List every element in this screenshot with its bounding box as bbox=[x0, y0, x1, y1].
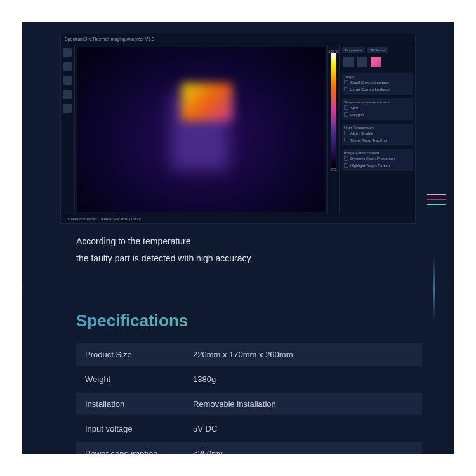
left-toolbar bbox=[61, 44, 75, 215]
spec-label: Input voltage bbox=[85, 424, 193, 433]
spec-row: Weight 1380g bbox=[76, 368, 422, 390]
spec-label: Power consumption bbox=[85, 449, 193, 454]
app-title: SpectrumOneThermal Imaging Analyzer V1.0 bbox=[61, 34, 415, 44]
option-label: Dynamic Scale Presention bbox=[350, 157, 395, 161]
spec-label: Product Size bbox=[85, 350, 193, 359]
checkbox[interactable] bbox=[344, 156, 348, 161]
tool-spot-icon[interactable] bbox=[63, 76, 72, 85]
checkbox[interactable] bbox=[344, 131, 348, 135]
specifications-section: Specifications Product Size 220mm x 170m… bbox=[76, 311, 422, 454]
spec-label: Installation bbox=[85, 399, 193, 409]
checkbox[interactable] bbox=[344, 112, 348, 117]
tool-cursor-icon[interactable] bbox=[63, 48, 72, 57]
caption-line1: According to the temperature bbox=[76, 233, 251, 250]
option-label: Polygon bbox=[350, 113, 364, 117]
option-label: Highlight Target Portion bbox=[350, 164, 390, 168]
scale-gradient bbox=[331, 53, 336, 168]
palette-swatch[interactable] bbox=[343, 57, 354, 67]
color-scale: 100°C 0°C bbox=[327, 44, 339, 215]
palette-swatch[interactable] bbox=[357, 57, 367, 67]
spec-value: 220mm x 170mm x 260mm bbox=[193, 350, 293, 359]
checkbox[interactable] bbox=[344, 163, 348, 168]
option-label: Spot bbox=[350, 106, 358, 110]
decor-line bbox=[427, 204, 446, 205]
option-label: Small Current Leakage bbox=[350, 81, 389, 84]
option-label: Large Current Leakage bbox=[350, 88, 390, 91]
spec-label: Weight bbox=[85, 374, 193, 384]
horizontal-divider bbox=[22, 286, 454, 286]
status-bar: Camera connected Camera S/N: 0x00000000 bbox=[61, 215, 415, 223]
spec-value: <250mv bbox=[193, 449, 223, 454]
decorative-lines bbox=[427, 194, 446, 205]
decor-line bbox=[427, 194, 446, 195]
spec-value: 1380g bbox=[193, 374, 216, 384]
spec-row: Product Size 220mm x 170mm x 260mm bbox=[76, 343, 422, 366]
checkbox[interactable] bbox=[344, 80, 348, 84]
thermal-image-view[interactable] bbox=[77, 47, 325, 212]
option-label: Target Temp Tracking bbox=[350, 138, 387, 142]
product-page: SpectrumOneThermal Imaging Analyzer V1.0… bbox=[22, 22, 454, 454]
panel-tab[interactable]: Temperature bbox=[342, 47, 365, 53]
spec-value: Removable installation bbox=[193, 399, 276, 409]
settings-panel: Temperature 3D Section Target Small Curr… bbox=[339, 44, 415, 215]
decor-line bbox=[427, 199, 446, 200]
checkbox[interactable] bbox=[344, 105, 348, 110]
checkbox[interactable] bbox=[344, 138, 348, 142]
caption-line2: the faulty part is detected with high ac… bbox=[76, 250, 251, 267]
specs-heading: Specifications bbox=[76, 311, 422, 331]
thermal-app-window: SpectrumOneThermal Imaging Analyzer V1.0… bbox=[60, 34, 416, 224]
palette-swatch-active[interactable] bbox=[371, 57, 381, 67]
spec-row: Installation Removable installation bbox=[76, 393, 422, 415]
vertical-accent-line bbox=[433, 257, 435, 321]
tool-text-icon[interactable] bbox=[63, 62, 72, 71]
thermal-hotspot bbox=[182, 83, 232, 121]
caption: According to the temperature the faulty … bbox=[76, 233, 251, 267]
spec-row: Input voltage 5V DC bbox=[76, 418, 422, 440]
scale-bottom: 0°C bbox=[330, 168, 336, 171]
spec-row: Power consumption <250mv bbox=[76, 442, 422, 454]
tool-reset-icon[interactable] bbox=[63, 104, 72, 113]
checkbox[interactable] bbox=[344, 87, 348, 91]
tool-rect-icon[interactable] bbox=[63, 90, 72, 99]
spec-value: 5V DC bbox=[193, 424, 217, 433]
option-label: Alarm Enable bbox=[350, 131, 373, 135]
panel-tab[interactable]: 3D Section bbox=[367, 47, 388, 53]
